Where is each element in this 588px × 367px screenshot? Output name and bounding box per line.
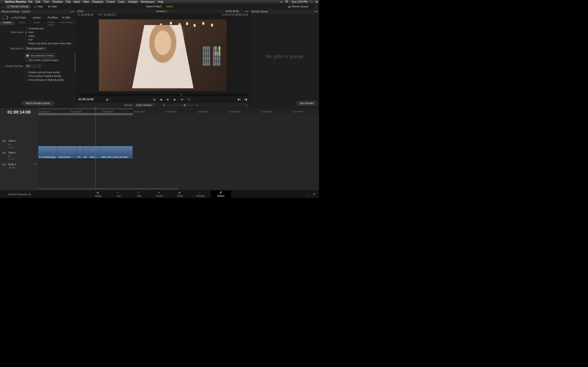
frame-icon[interactable]: ▭ <box>8 143 16 145</box>
panel-dropdown-right[interactable]: ⌄ <box>313 5 318 8</box>
menu-view[interactable]: View <box>83 0 89 3</box>
panel-options-icon[interactable]: ••• <box>71 10 74 13</box>
menu-workspace[interactable]: Workspace <box>141 0 155 3</box>
timeline-clip[interactable]: Alexa-RAW.ari <box>57 146 77 158</box>
viewer-options-icon[interactable]: ••• <box>245 10 249 13</box>
playhead[interactable] <box>95 108 95 190</box>
preset-label-pr[interactable]: ProRes Master <box>44 21 59 25</box>
home-icon[interactable]: ⌂ <box>308 193 309 196</box>
mute-button[interactable]: M <box>12 167 15 169</box>
prev-clip-icon[interactable]: |◀ <box>244 98 247 101</box>
preset-label-custom[interactable]: Custom <box>0 21 15 25</box>
timeline-selector[interactable]: Timeline 1⌄ <box>156 10 170 13</box>
timeline-clip[interactable]: TT_HDTestCard.jpg <box>38 146 57 158</box>
preset-label-yt[interactable]: 1080p <box>15 21 29 25</box>
playhead-timecode[interactable]: 01:00:14:08 <box>78 98 106 101</box>
zoom-out-icon[interactable]: − <box>168 104 169 106</box>
timeline-clip[interactable]: Fra… <box>77 146 83 158</box>
use-optimized-media-row[interactable]: Use optimized media <box>25 53 55 58</box>
page-color[interactable]: ◉Color <box>170 190 190 198</box>
menu-clip[interactable]: Clip <box>66 0 70 3</box>
check-disable-sizing[interactable] <box>25 71 27 73</box>
frame-icon[interactable]: ▭ <box>8 154 16 157</box>
preset-custom[interactable] <box>2 16 8 19</box>
preset-label-vm[interactable]: 1080p <box>29 21 44 25</box>
solo-button[interactable]: S <box>8 167 11 169</box>
preset-h264[interactable]: H.264 <box>62 16 70 19</box>
clock[interactable]: Sun 2:00 PM <box>292 0 307 3</box>
page-edit[interactable]: ✎Edit <box>129 190 149 198</box>
menu-playback[interactable]: Playback <box>92 0 103 3</box>
track-head-a1[interactable]: A1 Audio 1 S M 2.0 <box>0 161 38 170</box>
preset-youtube[interactable]: ▸YouTube⌄ <box>12 16 28 19</box>
menu-fusion[interactable]: Fusion <box>107 0 115 3</box>
play-icon[interactable]: ▶ <box>174 98 177 101</box>
render-mode-dropdown[interactable]: Entire Timeline <box>135 103 155 107</box>
app-name[interactable]: DaVinci Resolve <box>5 0 26 3</box>
master-timecode[interactable]: 20:00:30:06 <box>225 10 239 13</box>
notification-center-icon[interactable]: ≣ <box>316 0 318 3</box>
track-v1[interactable]: TT_HDTestCard.jpgAlexa-RAW.ariFra…W001_1… <box>38 145 319 159</box>
radio-full[interactable] <box>25 39 27 41</box>
menu-mark[interactable]: Mark <box>74 0 80 3</box>
check-use-cache[interactable] <box>25 59 27 61</box>
menu-edit[interactable]: Edit <box>36 0 40 3</box>
page-media[interactable]: ▦Media <box>88 190 108 198</box>
check-force-size[interactable] <box>25 75 27 77</box>
start-render-button[interactable]: Start Render <box>296 101 317 106</box>
timeline-clip[interactable]: W001_… <box>89 146 101 158</box>
track-v2[interactable] <box>38 131 319 145</box>
menu-fairlight[interactable]: Fairlight <box>128 0 138 3</box>
toolbar-render-settings[interactable]: ☷ Render Settings <box>6 5 30 8</box>
check-use-optimized[interactable] <box>26 54 29 57</box>
settings-scrollbar[interactable] <box>75 53 75 73</box>
preset-label-h264m[interactable]: H.264 Master <box>59 21 73 25</box>
toolbar-clips[interactable]: ⧉ Clips <box>46 5 58 8</box>
go-to-start-icon[interactable]: ⏮ <box>153 98 156 101</box>
add-to-render-queue-button[interactable]: Add to Render Queue <box>22 101 54 106</box>
radio-video[interactable] <box>25 35 27 37</box>
menu-extras-icon[interactable]: ⋯ <box>310 0 313 3</box>
in-out-range[interactable] <box>38 113 133 115</box>
preset-prores[interactable]: ProRes <box>48 16 57 19</box>
queue-options-icon[interactable]: ••• <box>314 10 318 13</box>
page-fusion[interactable]: ⊛Fusion <box>149 190 170 198</box>
timeline-clip[interactable]: W001_C005_1014V3_001.R3D <box>100 146 132 158</box>
timeline-timecode[interactable]: 01:00:14:08 <box>8 110 31 115</box>
step-forward-icon[interactable]: ⏭ <box>181 98 183 101</box>
menu-timeline[interactable]: Timeline <box>52 0 63 3</box>
radio-auto[interactable] <box>25 31 27 33</box>
track-head-v1[interactable]: V1 Video 1 ▭ 6 Clips <box>0 150 38 161</box>
menu-color[interactable]: Color <box>118 0 125 3</box>
fullscreen-icon[interactable]: ▭ <box>280 0 283 3</box>
panel-dropdown-left[interactable]: ⌄ <box>1 5 6 8</box>
zoom-in-icon[interactable]: + <box>196 104 197 106</box>
viewer-scrub-bar[interactable] <box>79 94 247 96</box>
menu-help[interactable]: Help <box>158 0 164 3</box>
track-a1[interactable] <box>38 159 319 169</box>
toolbar-tape[interactable]: ▭ Tape <box>32 5 44 8</box>
preset-vimeo[interactable]: vimeo⌄ <box>33 16 43 19</box>
project-settings-icon[interactable]: ⚙ <box>313 193 315 196</box>
stop-icon[interactable]: ■ <box>167 98 170 101</box>
viewer-frame[interactable] <box>99 19 227 92</box>
page-fairlight[interactable]: ♫Fairlight <box>190 190 211 198</box>
volume-icon[interactable]: 🔈 <box>106 98 109 101</box>
page-cut[interactable]: ✂Cut <box>108 190 129 198</box>
timeline-clip[interactable]: W001_1… <box>83 146 89 158</box>
timeline-scrollbar[interactable] <box>38 188 319 190</box>
loop-icon[interactable]: ↻ <box>188 98 191 101</box>
thumbnails-icon[interactable]: ☷ <box>163 104 165 107</box>
radio-cinemascope[interactable] <box>25 27 27 30</box>
burnin-dropdown[interactable]: Same as project <box>25 47 47 50</box>
next-clip-icon[interactable]: ▶| <box>238 98 241 101</box>
menu-trim[interactable]: Trim <box>44 0 49 3</box>
zoom-slider[interactable] <box>171 105 194 106</box>
step-back-icon[interactable]: ◀ <box>160 98 163 101</box>
track-head-v2[interactable]: V2 Video 2 ▭ 0 Clip <box>0 138 38 150</box>
flat-pass-dropdown[interactable]: Off <box>25 65 41 68</box>
menu-file[interactable]: File <box>28 0 32 3</box>
check-retain[interactable] <box>25 42 27 45</box>
spotlight-icon[interactable]: 🔍 <box>285 0 289 3</box>
page-deliver[interactable]: 🚀Deliver <box>211 190 231 198</box>
